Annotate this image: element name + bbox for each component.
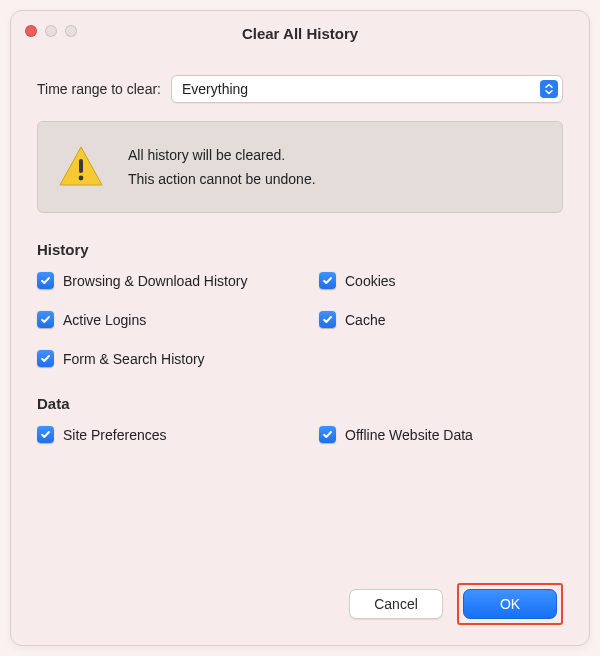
dialog-window: Clear All History Time range to clear: E… — [10, 10, 590, 646]
cancel-button[interactable]: Cancel — [349, 589, 443, 619]
data-options: Site Preferences Offline Website Data — [37, 426, 563, 443]
warning-line-1: All history will be cleared. — [128, 143, 316, 167]
checkmark-icon — [37, 350, 54, 367]
checkbox-offline-website-data[interactable]: Offline Website Data — [319, 426, 563, 443]
time-range-label: Time range to clear: — [37, 81, 161, 97]
time-range-value: Everything — [182, 81, 248, 97]
dialog-buttons: Cancel OK — [37, 583, 563, 625]
checkmark-icon — [319, 426, 336, 443]
section-history-title: History — [37, 241, 563, 258]
ok-button[interactable]: OK — [463, 589, 557, 619]
checkbox-label: Site Preferences — [63, 427, 167, 443]
history-options: Browsing & Download History Cookies Acti… — [37, 272, 563, 367]
svg-point-1 — [79, 176, 84, 181]
warning-text: All history will be cleared. This action… — [128, 143, 316, 191]
svg-rect-0 — [79, 159, 83, 173]
checkbox-label: Form & Search History — [63, 351, 205, 367]
checkbox-label: Cache — [345, 312, 385, 328]
section-data-title: Data — [37, 395, 563, 412]
highlight-frame: OK — [457, 583, 563, 625]
checkmark-icon — [319, 311, 336, 328]
time-range-row: Time range to clear: Everything — [37, 75, 563, 103]
checkbox-browsing-download-history[interactable]: Browsing & Download History — [37, 272, 309, 289]
checkmark-icon — [37, 311, 54, 328]
checkmark-icon — [319, 272, 336, 289]
window-controls — [25, 25, 77, 37]
checkbox-form-search-history[interactable]: Form & Search History — [37, 350, 309, 367]
checkbox-active-logins[interactable]: Active Logins — [37, 311, 309, 328]
checkmark-icon — [37, 272, 54, 289]
warning-box: All history will be cleared. This action… — [37, 121, 563, 213]
checkbox-cookies[interactable]: Cookies — [319, 272, 563, 289]
maximize-icon[interactable] — [65, 25, 77, 37]
window-title: Clear All History — [242, 25, 358, 42]
checkbox-site-preferences[interactable]: Site Preferences — [37, 426, 309, 443]
checkbox-cache[interactable]: Cache — [319, 311, 563, 328]
warning-icon — [56, 142, 106, 192]
checkbox-label: Browsing & Download History — [63, 273, 247, 289]
checkbox-label: Cookies — [345, 273, 396, 289]
dialog-content: Time range to clear: Everything — [11, 55, 589, 645]
checkbox-label: Offline Website Data — [345, 427, 473, 443]
chevron-up-down-icon — [540, 80, 558, 98]
checkmark-icon — [37, 426, 54, 443]
time-range-select[interactable]: Everything — [171, 75, 563, 103]
titlebar: Clear All History — [11, 11, 589, 55]
checkbox-label: Active Logins — [63, 312, 146, 328]
close-icon[interactable] — [25, 25, 37, 37]
minimize-icon[interactable] — [45, 25, 57, 37]
warning-line-2: This action cannot be undone. — [128, 167, 316, 191]
